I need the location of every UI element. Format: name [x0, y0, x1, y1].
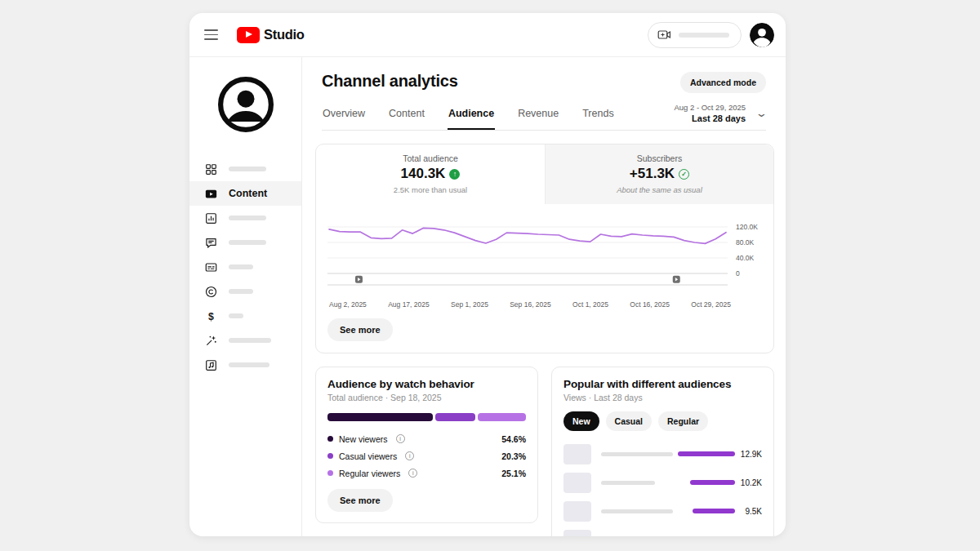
- svg-text:80.0K: 80.0K: [736, 238, 755, 247]
- youtube-play-icon: [237, 27, 260, 43]
- svg-text:$: $: [208, 311, 214, 322]
- x-axis-tick: Aug 17, 2025: [388, 300, 430, 309]
- copyright-icon: [205, 286, 217, 298]
- views-bar: [690, 480, 735, 485]
- person-icon: [218, 77, 274, 132]
- legend-dot: [327, 470, 333, 476]
- sidebar-label-placeholder: [229, 362, 270, 367]
- tab-overview[interactable]: Overview: [322, 103, 366, 130]
- popular-video-row[interactable]: 10.2K: [564, 472, 762, 493]
- x-axis-tick: Oct 16, 2025: [630, 300, 670, 309]
- popular-video-row[interactable]: 9.5K: [564, 500, 762, 522]
- x-axis-tick: Oct 1, 2025: [572, 300, 608, 309]
- legend: New viewers i 54.6% Casual viewers i 20.…: [327, 430, 526, 482]
- channel-avatar: [218, 77, 274, 132]
- card-subtitle: Total audience · Sep 18, 2025: [327, 393, 526, 402]
- popular-video-row[interactable]: 12.9K: [564, 443, 762, 464]
- stat-label: Total audience: [316, 153, 545, 163]
- total-audience-line-chart: 120.0K80.0K40.0K0: [327, 216, 764, 295]
- x-axis-tick: Sep 1, 2025: [451, 300, 488, 309]
- x-axis-tick: Sep 16, 2025: [510, 300, 551, 309]
- sidebar-item-customization[interactable]: [189, 328, 301, 353]
- views-value: 12.9K: [735, 450, 762, 459]
- legend-label: Regular viewers: [339, 469, 400, 478]
- chip-regular[interactable]: Regular: [658, 411, 708, 431]
- sidebar-label-placeholder: [229, 264, 253, 269]
- stat-label: Subscribers: [546, 153, 773, 163]
- sidebar-item-label: Content: [229, 188, 267, 199]
- page-header: Channel analytics Advanced mode Overview…: [302, 57, 786, 131]
- chip-new[interactable]: New: [564, 411, 599, 431]
- hamburger-menu-icon[interactable]: [204, 24, 225, 46]
- x-axis-tick: Aug 2, 2025: [329, 300, 367, 309]
- subtitles-icon: [205, 261, 217, 273]
- card-subtitle: Views · Last 28 days: [564, 393, 762, 402]
- page-title: Channel analytics: [322, 72, 458, 91]
- video-title-placeholder: [601, 509, 673, 513]
- youtube-studio-window: Studio: [189, 13, 786, 536]
- youtube-studio-logo[interactable]: Studio: [237, 27, 305, 43]
- customization-icon: [205, 335, 217, 347]
- views-value: 9.5K: [735, 507, 762, 516]
- audio-library-icon: [205, 359, 217, 371]
- stat-total-audience[interactable]: Total audience 140.3K ↑ 2.5K more than u…: [316, 144, 545, 204]
- legend-value: 54.6%: [501, 434, 526, 444]
- sidebar-item-subtitles[interactable]: [189, 255, 301, 279]
- sidebar-item-copyright[interactable]: [189, 279, 301, 304]
- card-title: Audience by watch behavior: [327, 378, 526, 390]
- stat-note: About the same as usual: [546, 185, 773, 194]
- topbar: Studio: [189, 13, 786, 57]
- sidebar-item-earn[interactable]: $: [189, 304, 301, 328]
- info-icon[interactable]: i: [396, 434, 405, 443]
- sidebar-item-analytics[interactable]: [189, 206, 301, 230]
- analytics-icon: [205, 212, 217, 224]
- see-more-button[interactable]: See more: [327, 318, 393, 341]
- legend-row-casual-viewers: Casual viewers i 20.3%: [327, 447, 526, 464]
- sidebar-item-audio-library[interactable]: [189, 353, 301, 377]
- sidebar-item-content[interactable]: Content: [189, 181, 301, 206]
- video-title-placeholder: [601, 481, 655, 485]
- check-circle-icon: ✓: [679, 169, 689, 180]
- account-avatar[interactable]: [750, 23, 774, 47]
- sidebar-item-comments[interactable]: [189, 230, 301, 255]
- stat-note: 2.5K more than usual: [316, 185, 545, 194]
- trend-up-icon: ↑: [449, 169, 460, 180]
- stat-subscribers[interactable]: Subscribers +51.3K ✓ About the same as u…: [545, 144, 773, 204]
- legend-dot: [327, 453, 333, 459]
- sidebar-label-placeholder: [229, 167, 266, 171]
- video-thumbnail-placeholder: [564, 501, 591, 522]
- watch-behavior-card: Audience by watch behavior Total audienc…: [315, 367, 538, 523]
- sidebar: Content$: [189, 57, 302, 536]
- info-icon[interactable]: i: [408, 469, 417, 478]
- views-value: 6.1K: [735, 535, 762, 537]
- date-range-selector[interactable]: Aug 2 - Oct 29, 2025 Last 28 days ⌄: [674, 103, 766, 130]
- date-preset-text: Last 28 days: [674, 113, 746, 123]
- main-content: Channel analytics Advanced mode Overview…: [302, 57, 786, 536]
- chip-casual[interactable]: Casual: [606, 411, 652, 431]
- legend-row-new-viewers: New viewers i 54.6%: [327, 430, 526, 447]
- video-thumbnail-placeholder: [564, 530, 591, 537]
- create-button[interactable]: [648, 22, 742, 48]
- line-chart: 120.0K80.0K40.0K0 Aug 2, 2025Aug 17, 202…: [316, 204, 773, 309]
- tab-audience[interactable]: Audience: [448, 103, 495, 130]
- views-bar: [693, 509, 735, 513]
- stack-segment-3: [478, 413, 526, 421]
- advanced-mode-button[interactable]: Advanced mode: [680, 72, 766, 93]
- sidebar-menu: Content$: [189, 157, 301, 377]
- stat-value: 140.3K: [401, 166, 446, 182]
- earn-icon: $: [205, 310, 217, 322]
- comments-icon: [205, 237, 217, 249]
- tab-revenue[interactable]: Revenue: [517, 103, 559, 130]
- info-icon[interactable]: i: [405, 451, 414, 460]
- svg-text:120.0K: 120.0K: [736, 223, 758, 231]
- sidebar-item-dashboard[interactable]: [189, 157, 301, 181]
- popular-video-row[interactable]: 6.1K: [564, 529, 762, 536]
- stack-segment-1: [327, 413, 433, 421]
- see-more-button[interactable]: See more: [327, 489, 393, 512]
- tab-content[interactable]: Content: [388, 103, 425, 130]
- popular-video-rows: 12.9K10.2K9.5K6.1K5.5K: [564, 443, 762, 536]
- tab-trends[interactable]: Trends: [581, 103, 614, 130]
- sidebar-label-placeholder: [229, 216, 266, 220]
- legend-label: New viewers: [339, 434, 388, 444]
- desktop-background: Studio: [0, 0, 980, 551]
